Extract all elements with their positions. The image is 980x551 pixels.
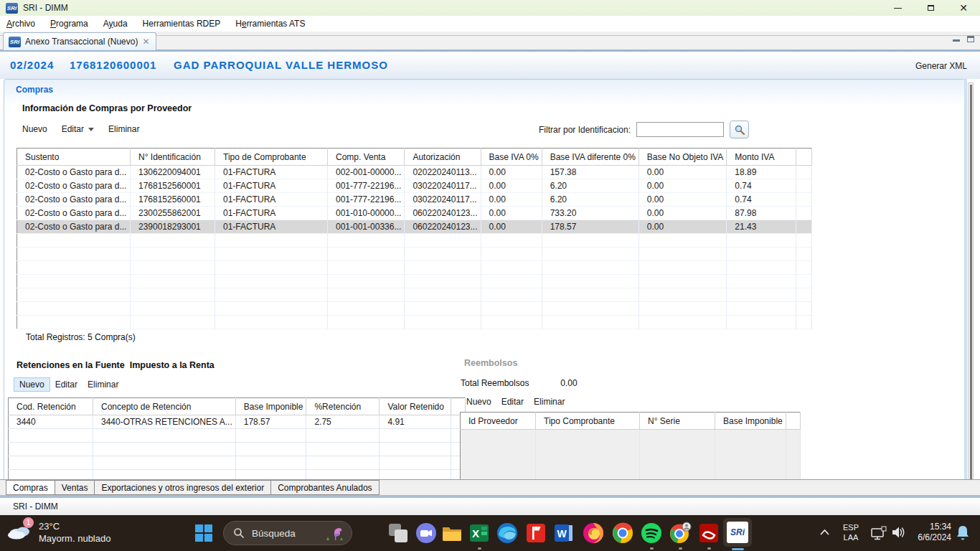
- cell: 01-FACTURA: [215, 220, 328, 234]
- bottom-tab-ventas[interactable]: Ventas: [55, 480, 95, 495]
- tab-close-icon[interactable]: ✕: [142, 37, 149, 47]
- chrome-icon[interactable]: [611, 522, 634, 545]
- task-view-icon[interactable]: [387, 522, 410, 545]
- spotify-icon[interactable]: [640, 522, 663, 545]
- cell: [796, 207, 812, 220]
- total-reembolsos-value: 0.00: [560, 378, 577, 388]
- cell: [542, 316, 639, 329]
- cell: [380, 456, 451, 470]
- column-header[interactable]: [786, 413, 800, 430]
- cell: [796, 234, 812, 248]
- delete-button[interactable]: Eliminar: [108, 124, 139, 134]
- table-row[interactable]: 02-Costo o Gasto para d...23900182930010…: [17, 220, 812, 234]
- column-header[interactable]: %Retención: [306, 398, 380, 415]
- bottom-tab-compras[interactable]: Compras: [6, 480, 55, 495]
- tray-time: 15:34: [903, 522, 951, 532]
- word-icon[interactable]: W: [552, 522, 575, 545]
- view-maximize-icon[interactable]: [967, 36, 974, 42]
- delete-button[interactable]: Eliminar: [534, 397, 565, 407]
- cell: [715, 443, 786, 457]
- network-icon[interactable]: [871, 526, 887, 540]
- menu-item-herramientas-rdep[interactable]: Herramientas RDEP: [143, 19, 221, 29]
- column-header[interactable]: Tipo Comprobante: [536, 413, 640, 430]
- column-header[interactable]: Base IVA 0%: [481, 149, 542, 166]
- tray-date: 6/6/2024: [903, 532, 951, 543]
- column-header[interactable]: Id Proveedor: [461, 413, 536, 430]
- column-header[interactable]: N° Identificación: [131, 149, 215, 166]
- delete-button[interactable]: Eliminar: [88, 380, 118, 390]
- empty-row: [9, 443, 466, 456]
- bottom-tab-exportaciones-y-otros-ingresos-del-exterior[interactable]: Exportaciones y otros ingresos del exter…: [95, 480, 271, 495]
- new-button[interactable]: Nuevo: [14, 377, 50, 392]
- cell: 0.74: [727, 193, 796, 207]
- bottom-tab-comprobantes-anulados[interactable]: Comprobantes Anulados: [271, 480, 379, 495]
- cell: 0.00: [481, 207, 542, 220]
- close-button[interactable]: ✕: [947, 0, 980, 16]
- cell: [536, 457, 640, 471]
- column-header[interactable]: Base Imponible: [715, 413, 786, 430]
- search-button[interactable]: [730, 121, 749, 138]
- column-header[interactable]: Sustento: [17, 149, 131, 166]
- table-row[interactable]: 02-Costo o Gasto para d...17681525600010…: [17, 193, 812, 207]
- column-header[interactable]: Comp. Venta: [328, 149, 405, 166]
- column-header[interactable]: Monto IVA: [727, 149, 796, 166]
- clock[interactable]: 15:34 6/6/2024: [903, 522, 951, 543]
- table-row[interactable]: 34403440-OTRAS RETENCIONES A...178.572.7…: [9, 415, 466, 429]
- column-header[interactable]: N° Serie: [640, 413, 715, 430]
- scrollbar-thumb[interactable]: [970, 85, 972, 491]
- new-button[interactable]: Nuevo: [466, 397, 491, 407]
- view-minimize-icon[interactable]: [953, 36, 960, 42]
- file-explorer-icon[interactable]: [440, 522, 463, 545]
- new-button[interactable]: Nuevo: [22, 124, 47, 134]
- cell: 01-FACTURA: [215, 207, 328, 220]
- dropdown-caret-icon[interactable]: [88, 128, 94, 131]
- pdf-app-icon[interactable]: [524, 522, 547, 545]
- cell: 1768152560001: [131, 193, 215, 207]
- excel-icon[interactable]: X: [468, 522, 491, 545]
- filter-input[interactable]: [636, 122, 724, 137]
- language-indicator[interactable]: ESPLAA: [838, 522, 864, 542]
- generate-xml-button[interactable]: Generar XML: [915, 61, 967, 71]
- column-header[interactable]: Cod. Retención: [9, 398, 93, 415]
- restore-button[interactable]: [914, 0, 947, 16]
- video-chat-icon[interactable]: [415, 522, 438, 545]
- start-button[interactable]: [195, 524, 212, 542]
- column-header[interactable]: [796, 149, 812, 166]
- vertical-scrollbar[interactable]: [968, 83, 974, 494]
- tab-anexo-transaccional[interactable]: SRi Anexo Transaccional (Nuevo) ✕: [3, 32, 156, 50]
- cell: [215, 316, 328, 329]
- acrobat-icon[interactable]: [697, 522, 720, 545]
- edit-button[interactable]: Editar: [55, 380, 77, 390]
- column-header[interactable]: Autorización: [405, 149, 481, 166]
- notification-bell-icon[interactable]: [956, 525, 969, 541]
- table-row[interactable]: 02-Costo o Gasto para d...23002558620010…: [17, 207, 812, 220]
- edge-icon[interactable]: [496, 522, 519, 545]
- table-row[interactable]: 02-Costo o Gasto para d...13062200940010…: [17, 166, 812, 179]
- table-row[interactable]: 02-Costo o Gasto para d...17681525600010…: [17, 179, 812, 193]
- column-header[interactable]: Base No Objeto IVA: [639, 149, 727, 166]
- firefox-icon[interactable]: [582, 522, 605, 545]
- cell: [328, 275, 405, 288]
- empty-row: [17, 316, 812, 329]
- menu-item-programa[interactable]: Programa: [50, 19, 88, 29]
- sri-dimm-taskbar-button[interactable]: SRi: [723, 518, 752, 547]
- column-header[interactable]: Tipo de Comprobante: [215, 149, 328, 166]
- chrome-profile-icon[interactable]: [669, 522, 692, 545]
- cell: 02-Costo o Gasto para d...: [17, 179, 131, 193]
- column-header[interactable]: Concepto de Retención: [93, 398, 236, 415]
- column-header[interactable]: Base Imponible: [235, 398, 306, 415]
- cell: 2390018293001: [131, 220, 215, 234]
- menu-item-ayuda[interactable]: Ayuda: [103, 19, 128, 29]
- cell: 1306220094001: [131, 166, 215, 179]
- tray-chevron-icon[interactable]: [820, 529, 829, 535]
- minimize-button[interactable]: [881, 0, 914, 16]
- column-header[interactable]: Base IVA diferente 0%: [542, 149, 639, 166]
- taskbar-search[interactable]: Búsqueda: [223, 521, 352, 545]
- edit-button[interactable]: Editar: [62, 124, 94, 134]
- weather-widget[interactable]: 1 23°C Mayorm. nublado: [7, 519, 110, 544]
- menu-item-archivo[interactable]: Archivo: [6, 19, 35, 29]
- panel-header-gradient: [4, 80, 966, 104]
- column-header[interactable]: Valor Retenido: [380, 398, 451, 415]
- edit-button[interactable]: Editar: [501, 397, 524, 407]
- menu-item-herramientas-ats[interactable]: Herramientas ATS: [235, 19, 305, 29]
